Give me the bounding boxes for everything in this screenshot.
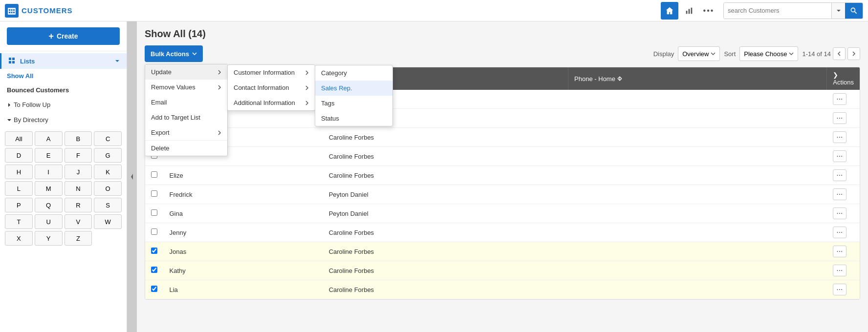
th-phone[interactable]: Phone - Home (568, 67, 827, 90)
th-actions: ❯ Actions (827, 67, 860, 90)
action-dots-button[interactable]: ··· (833, 112, 846, 124)
alpha-h[interactable]: H (5, 165, 33, 179)
row-name: Gina (164, 204, 323, 223)
alpha-d[interactable]: D (5, 148, 33, 163)
display-label: Display (653, 50, 674, 58)
sort-select[interactable]: Please Choose (739, 46, 798, 61)
alpha-k[interactable]: K (94, 165, 122, 179)
row-phone (568, 223, 827, 242)
create-button[interactable]: + Create (7, 27, 120, 45)
alpha-all[interactable]: All (5, 131, 33, 146)
alpha-s[interactable]: S (94, 198, 122, 212)
bulk-add-target-item[interactable]: Add to Target List (145, 110, 227, 125)
alpha-l[interactable]: L (5, 181, 33, 196)
chevron-right-icon3 (305, 85, 309, 91)
row-created-by: Caroline Forbes (323, 242, 568, 261)
alpha-j[interactable]: J (65, 165, 92, 179)
action-dots-button[interactable]: ··· (833, 246, 846, 257)
alpha-w[interactable]: W (94, 214, 122, 229)
alpha-x[interactable]: X (5, 231, 33, 246)
alpha-y[interactable]: Y (35, 231, 63, 246)
sidebar-to-follow[interactable]: To Follow Up (0, 97, 127, 112)
row-checkbox[interactable] (151, 248, 157, 254)
row-name: Fredrick (164, 185, 323, 204)
alpha-a[interactable]: A (35, 131, 63, 146)
row-checkbox[interactable] (151, 171, 157, 178)
contact-info-item[interactable]: Contact Information (228, 80, 315, 95)
search-container (723, 2, 863, 19)
action-dots-button[interactable]: ··· (833, 93, 846, 105)
row-checkbox[interactable] (151, 209, 157, 216)
alpha-p[interactable]: P (5, 198, 33, 212)
bulk-remove-values-item[interactable]: Remove Values (145, 80, 227, 95)
action-dots-button[interactable]: ··· (833, 227, 846, 238)
bulk-actions-container: Bulk Actions Update Customer Information (145, 45, 203, 62)
sidebar-bounced[interactable]: Bounced Customers (0, 83, 127, 97)
additional-info-item[interactable]: Additional Information (228, 95, 315, 110)
grid-icon (8, 57, 16, 65)
alpha-z[interactable]: Z (65, 231, 92, 246)
action-dots-button[interactable]: ··· (833, 265, 846, 276)
display-select[interactable]: Overview (678, 46, 720, 61)
to-follow-label: To Follow Up (14, 101, 50, 108)
row-actions: ··· (827, 280, 860, 299)
alpha-i[interactable]: I (35, 165, 63, 179)
chart-button[interactable] (680, 2, 698, 20)
alpha-c[interactable]: C (94, 131, 122, 146)
action-dots-button[interactable]: ··· (833, 188, 846, 200)
alpha-t[interactable]: T (5, 214, 33, 229)
sales-rep-item[interactable]: Sales Rep. (315, 81, 392, 96)
row-name: Kathy (164, 261, 323, 280)
svg-rect-4 (9, 12, 10, 13)
alpha-g[interactable]: G (94, 148, 122, 163)
export-label: Export (151, 129, 170, 136)
status-item[interactable]: Status (315, 111, 392, 126)
chart-icon (685, 6, 694, 15)
action-dots-button[interactable]: ··· (833, 131, 846, 143)
sidebar-show-all[interactable]: Show All (0, 69, 127, 83)
search-input[interactable] (724, 3, 831, 19)
tags-item[interactable]: Tags (315, 96, 392, 111)
bulk-update-item[interactable]: Update Customer Information Category (145, 64, 227, 80)
row-checkbox[interactable] (151, 286, 157, 292)
sidebar-item-lists[interactable]: Lists (0, 53, 127, 69)
row-created-by: Peyton Daniel (323, 185, 568, 204)
alpha-b[interactable]: B (65, 131, 92, 146)
row-checkbox[interactable] (151, 190, 157, 197)
bulk-delete-item[interactable]: Delete (145, 141, 227, 156)
svg-rect-12 (9, 58, 11, 60)
alpha-e[interactable]: E (35, 148, 63, 163)
bulk-actions-button[interactable]: Bulk Actions (145, 45, 203, 62)
action-dots-button[interactable]: ··· (833, 284, 846, 295)
sidebar-by-directory[interactable]: By Directory (0, 112, 127, 127)
alpha-o[interactable]: O (94, 181, 122, 196)
search-dropdown-button[interactable] (831, 3, 845, 19)
sidebar-collapse-handle[interactable] (127, 21, 137, 332)
bulk-export-item[interactable]: Export (145, 125, 227, 140)
row-created-by: Caroline Forbes (323, 147, 568, 166)
next-page-button[interactable] (847, 47, 860, 60)
category-item[interactable]: Category (315, 65, 392, 81)
more-dots-icon: ••• (703, 6, 715, 15)
row-checkbox[interactable] (151, 267, 157, 273)
customer-info-item[interactable]: Customer Information Category Sales Rep. (228, 65, 315, 80)
search-go-button[interactable] (845, 3, 863, 19)
alpha-r[interactable]: R (65, 198, 92, 212)
row-phone (568, 185, 827, 204)
action-dots-button[interactable]: ··· (833, 150, 846, 162)
alpha-q[interactable]: Q (35, 198, 63, 212)
action-dots-button[interactable]: ··· (833, 169, 846, 181)
alpha-f[interactable]: F (65, 148, 92, 163)
alpha-v[interactable]: V (65, 214, 92, 229)
alpha-u[interactable]: U (35, 214, 63, 229)
bulk-email-item[interactable]: Email (145, 95, 227, 110)
row-checkbox[interactable] (151, 228, 157, 235)
more-button[interactable]: ••• (700, 2, 717, 20)
table-row: FredrickPeyton Daniel··· (145, 185, 860, 204)
alpha-n[interactable]: N (65, 181, 92, 196)
action-dots-button[interactable]: ··· (833, 208, 846, 219)
prev-page-button[interactable] (833, 47, 846, 60)
alpha-m[interactable]: M (35, 181, 63, 196)
home-button[interactable] (661, 2, 678, 20)
svg-rect-2 (11, 9, 13, 11)
